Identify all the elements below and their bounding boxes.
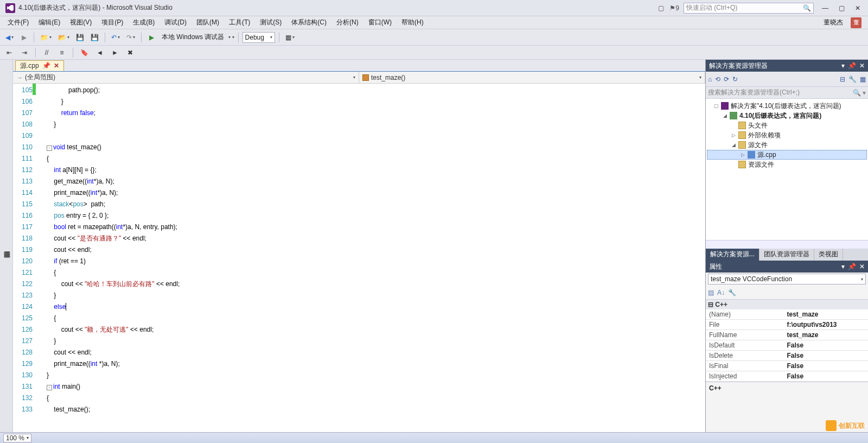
solution-explorer-toolbar: ⌂ ⟲ ⟳ ↻ ⊟ 🔧 ▦ <box>706 72 868 87</box>
indent-more-button[interactable]: ⇥ <box>18 47 30 59</box>
status-bar: 100 % <box>0 432 868 443</box>
sync-icon[interactable]: ⟳ <box>724 75 729 83</box>
quick-launch-placeholder: 快速启动 (Ctrl+Q) <box>686 3 737 12</box>
folder-icon <box>738 141 746 149</box>
right-pane-tabs: 解决方案资源... 团队资源管理器 类视图 <box>706 249 868 261</box>
watermark-logo-icon <box>826 420 837 431</box>
close-pane-icon[interactable]: ✕ <box>859 62 865 69</box>
left-dock: 服务器资源管理器 工具箱 <box>0 60 13 432</box>
save-all-button[interactable]: 💾 <box>88 31 101 43</box>
cpp-file-icon <box>748 151 755 159</box>
solution-search-input[interactable]: 搜索解决方案资源管理器(Ctrl+;) 🔍 ▾ <box>706 87 868 99</box>
folder-icon <box>738 131 746 139</box>
scope-combo[interactable]: →(全局范围) <box>13 72 359 83</box>
watermark: 创新互联 <box>826 420 865 431</box>
solution-icon <box>721 102 729 110</box>
clear-bookmarks-button[interactable]: ✖ <box>124 47 136 59</box>
menu-file[interactable]: 文件(F) <box>3 17 33 28</box>
project-icon <box>730 112 737 119</box>
save-button[interactable]: 💾 <box>74 31 86 43</box>
member-combo[interactable]: test_maze() <box>359 72 705 83</box>
document-tabs: 源.cpp 📌 ✕ <box>13 60 705 72</box>
menu-team[interactable]: 团队(M) <box>192 17 224 28</box>
new-project-button[interactable]: 📁 <box>38 31 54 43</box>
menu-debug[interactable]: 调试(D) <box>160 17 191 28</box>
menu-view[interactable]: 视图(V) <box>66 17 96 28</box>
push-pin-icon[interactable]: 📌 <box>42 62 50 69</box>
file-tab[interactable]: 源.cpp 📌 ✕ <box>15 60 64 71</box>
dropdown-icon[interactable]: ▾ <box>841 263 845 270</box>
start-debug-button[interactable]: ▶ <box>145 31 157 43</box>
tree-item-selected[interactable]: ▷源.cpp <box>707 150 867 160</box>
redo-button[interactable]: ↷ <box>124 31 137 43</box>
menu-analyze[interactable]: 分析(N) <box>332 17 363 28</box>
config-combo[interactable]: Debug <box>242 32 275 43</box>
close-pane-icon[interactable]: ✕ <box>859 263 865 270</box>
nav-fwd-button[interactable]: ▶ <box>18 31 30 43</box>
tab-class-view[interactable]: 类视图 <box>814 249 843 261</box>
signed-in-user[interactable]: 董晓杰 <box>819 17 847 28</box>
quick-launch-input[interactable]: 快速启动 (Ctrl+Q) 🔍 <box>684 3 814 14</box>
title-bar: 4.10(后缀表达式，迷宫问题) - Microsoft Visual Stud… <box>0 0 868 16</box>
home-icon[interactable]: ⌂ <box>708 75 712 83</box>
minimize-button[interactable]: — <box>817 2 833 15</box>
menu-help[interactable]: 帮助(H) <box>397 17 428 28</box>
line-numbers: 1051061071081091101111121131141151161171… <box>13 84 43 432</box>
nav-back-button[interactable]: ◀ <box>3 31 16 43</box>
uncomment-button[interactable]: ≡ <box>56 47 68 59</box>
zoom-combo[interactable]: 100 % <box>3 434 31 442</box>
pin-icon[interactable]: 📌 <box>848 263 856 270</box>
properties-selector[interactable]: test_maze VCCodeFunction <box>708 274 866 284</box>
indent-less-button[interactable]: ⇤ <box>3 47 15 59</box>
pin-icon[interactable]: 📌 <box>848 62 856 69</box>
refresh-icon[interactable]: ↻ <box>732 75 738 83</box>
method-icon <box>362 74 369 81</box>
prev-bookmark-button[interactable]: ◄ <box>94 47 106 59</box>
comment-button[interactable]: // <box>41 47 53 59</box>
standard-toolbar: ◀ ▶ 📁 📂 💾 💾 ↶ ↷ ▶ 本地 Windows 调试器 ▾ ▾ Deb… <box>0 29 868 46</box>
editor-area: 源.cpp 📌 ✕ →(全局范围) test_maze() 1051061071… <box>13 60 705 432</box>
text-editor-toolbar: ⇤ ⇥ // ≡ 🔖 ◄ ► ✖ <box>0 46 868 60</box>
maximize-button[interactable]: ▢ <box>833 2 850 15</box>
property-desc: C++ <box>706 382 868 394</box>
main-area: 服务器资源管理器 工具箱 源.cpp 📌 ✕ →(全局范围) test_maze… <box>0 60 868 432</box>
menu-test[interactable]: 测试(S) <box>256 17 286 28</box>
prop-pages-icon[interactable]: 🔧 <box>728 289 736 296</box>
menu-edit[interactable]: 编辑(E) <box>34 17 65 28</box>
properties-pane: test_maze VCCodeFunction ▤ A↓ 🔧 ⊟ C++(Na… <box>706 273 868 432</box>
next-bookmark-button[interactable]: ► <box>109 47 121 59</box>
solution-explorer-header: 解决方案资源管理器 ▾📌✕ <box>706 60 868 72</box>
dropdown-icon[interactable]: ▾ <box>841 62 845 69</box>
open-file-button[interactable]: 📂 <box>56 31 72 43</box>
close-button[interactable]: ✕ <box>850 2 866 15</box>
code-editor[interactable]: 1051061071081091101111121131141151161171… <box>13 84 705 432</box>
alphabetical-icon[interactable]: A↓ <box>717 289 725 296</box>
tab-team-explorer[interactable]: 团队资源管理器 <box>760 249 814 261</box>
toolbox-button[interactable]: ▦ <box>283 31 297 43</box>
undo-button[interactable]: ↶ <box>109 31 122 43</box>
close-tab-icon[interactable]: ✕ <box>54 62 59 69</box>
bookmark-button[interactable]: 🔖 <box>78 47 91 59</box>
debugger-label[interactable]: 本地 Windows 调试器 <box>159 33 226 42</box>
collapse-icon[interactable]: ⊟ <box>840 75 845 83</box>
menu-project[interactable]: 项目(P) <box>97 17 127 28</box>
tab-solution-explorer[interactable]: 解决方案资源... <box>706 249 760 261</box>
menu-build[interactable]: 生成(B) <box>129 17 159 28</box>
menu-window[interactable]: 窗口(W) <box>364 17 396 28</box>
categorized-icon[interactable]: ▤ <box>708 289 714 296</box>
feedback-icon[interactable]: ▢ <box>658 4 664 12</box>
show-all-icon[interactable]: ▦ <box>860 75 866 83</box>
search-icon: 🔍 ▾ <box>853 89 866 97</box>
tree-h-scrollbar[interactable] <box>706 240 868 249</box>
menu-tools[interactable]: 工具(T) <box>225 17 254 28</box>
menu-arch[interactable]: 体系结构(C) <box>287 17 331 28</box>
debugger-drop-icon[interactable]: ▾ ▾ <box>228 35 234 40</box>
back-icon[interactable]: ⟲ <box>715 75 720 83</box>
avatar[interactable]: 董 <box>851 17 861 28</box>
properties-icon[interactable]: 🔧 <box>848 75 857 83</box>
nav-bar: →(全局范围) test_maze() <box>13 72 705 84</box>
property-grid[interactable]: ⊟ C++(Name)test_mazeFilef:\output\vs2013… <box>706 300 868 382</box>
solution-tree[interactable]: ▢解决方案"4.10(后缀表达式，迷宫问题) ◢4.10(后缀表达式，迷宫问题)… <box>706 99 868 240</box>
code-text[interactable]: path.pop(); } return false; }-void test_… <box>43 84 705 432</box>
notifications-flag-icon[interactable]: ⚑9 <box>669 4 679 12</box>
